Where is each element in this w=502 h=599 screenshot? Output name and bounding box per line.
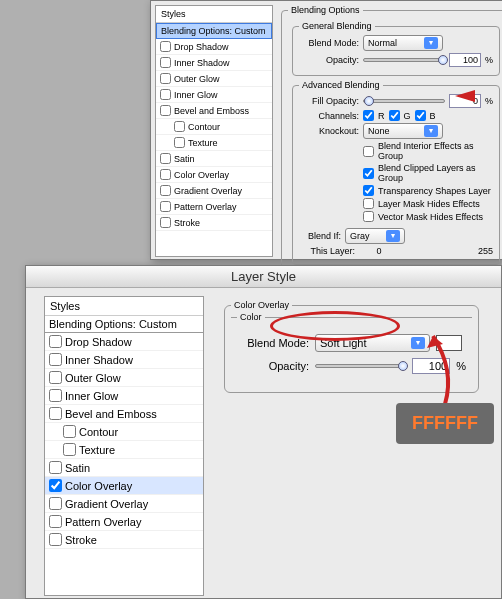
channel-g-checkbox[interactable]: [389, 110, 400, 121]
style-texture[interactable]: Texture: [45, 441, 203, 459]
blend-if-label: Blend If:: [299, 231, 341, 241]
blending-options-right: Blending Options General Blending Blend …: [277, 1, 502, 257]
styles-list-back: Styles Blending Options: Custom Drop Sha…: [155, 5, 273, 257]
checkbox-outer-glow[interactable]: [160, 73, 171, 84]
style-color-overlay[interactable]: Color Overlay: [45, 477, 203, 495]
style-outer-glow[interactable]: Outer Glow: [156, 71, 272, 87]
checkbox-color-overlay[interactable]: [49, 479, 62, 492]
general-blending-legend: General Blending: [299, 21, 375, 31]
chevron-updown-icon: ▾: [386, 230, 400, 242]
advanced-blending-legend: Advanced Blending: [299, 80, 383, 90]
blend-mode-select[interactable]: Normal▾: [363, 35, 443, 51]
opacity-label: Opacity:: [299, 55, 359, 65]
style-satin[interactable]: Satin: [45, 459, 203, 477]
style-inner-shadow[interactable]: Inner Shadow: [156, 55, 272, 71]
percent-label: %: [456, 360, 466, 372]
style-bevel-emboss[interactable]: Bevel and Emboss: [156, 103, 272, 119]
style-drop-shadow[interactable]: Drop Shadow: [45, 333, 203, 351]
checkbox-stroke[interactable]: [49, 533, 62, 546]
style-texture[interactable]: Texture: [156, 135, 272, 151]
slider-thumb[interactable]: [398, 361, 408, 371]
style-outer-glow[interactable]: Outer Glow: [45, 369, 203, 387]
style-inner-glow[interactable]: Inner Glow: [45, 387, 203, 405]
checkbox-inner-glow[interactable]: [49, 389, 62, 402]
checkbox-texture[interactable]: [174, 137, 185, 148]
opacity-label: Opacity:: [237, 360, 309, 372]
fill-opacity-input[interactable]: [449, 94, 481, 108]
blend-mode-label: Blend Mode:: [237, 337, 309, 349]
channels-label: Channels:: [299, 111, 359, 121]
color-inner-group: Color Blend Mode: Soft Light▾ Opacity: %: [231, 312, 472, 386]
checkbox-drop-shadow[interactable]: [49, 335, 62, 348]
this-layer-label: This Layer:: [299, 246, 355, 256]
checkbox-color-overlay[interactable]: [160, 169, 171, 180]
checkbox-inner-glow[interactable]: [160, 89, 171, 100]
checkbox-outer-glow[interactable]: [49, 371, 62, 384]
chevron-updown-icon: ▾: [411, 337, 425, 349]
style-drop-shadow[interactable]: Drop Shadow: [156, 39, 272, 55]
cb-blend-interior[interactable]: [363, 146, 374, 157]
style-gradient-overlay[interactable]: Gradient Overlay: [45, 495, 203, 513]
style-stroke[interactable]: Stroke: [45, 531, 203, 549]
percent-label: %: [485, 55, 493, 65]
style-satin[interactable]: Satin: [156, 151, 272, 167]
checkbox-contour[interactable]: [63, 425, 76, 438]
fill-opacity-slider[interactable]: [363, 99, 445, 103]
blend-mode-label: Blend Mode:: [299, 38, 359, 48]
style-color-overlay[interactable]: Color Overlay: [156, 167, 272, 183]
style-contour[interactable]: Contour: [156, 119, 272, 135]
blending-options-group: Blending Options General Blending Blend …: [281, 5, 502, 276]
checkbox-gradient-overlay[interactable]: [49, 497, 62, 510]
channel-b-checkbox[interactable]: [415, 110, 426, 121]
opacity-input[interactable]: [449, 53, 481, 67]
chevron-updown-icon: ▾: [424, 125, 438, 137]
slider-thumb[interactable]: [438, 55, 448, 65]
blending-options-header[interactable]: Blending Options: Custom: [156, 23, 272, 39]
style-inner-glow[interactable]: Inner Glow: [156, 87, 272, 103]
styles-list-front: Styles Blending Options: Custom Drop Sha…: [44, 296, 204, 596]
checkbox-drop-shadow[interactable]: [160, 41, 171, 52]
cb-vector-mask-hides[interactable]: [363, 211, 374, 222]
color-swatch[interactable]: [436, 335, 462, 351]
chevron-updown-icon: ▾: [424, 37, 438, 49]
cb-layer-mask-hides[interactable]: [363, 198, 374, 209]
slider-thumb[interactable]: [364, 96, 374, 106]
checkbox-pattern-overlay[interactable]: [160, 201, 171, 212]
percent-label: %: [485, 96, 493, 106]
blending-options-header[interactable]: Blending Options: Custom: [45, 316, 203, 333]
style-inner-shadow[interactable]: Inner Shadow: [45, 351, 203, 369]
checkbox-bevel-emboss[interactable]: [49, 407, 62, 420]
cb-blend-clipped[interactable]: [363, 168, 374, 179]
styles-heading: Styles: [156, 6, 272, 23]
checkbox-inner-shadow[interactable]: [49, 353, 62, 366]
checkbox-pattern-overlay[interactable]: [49, 515, 62, 528]
advanced-blending-group: Advanced Blending Fill Opacity: % Channe…: [292, 80, 500, 265]
checkbox-bevel-emboss[interactable]: [160, 105, 171, 116]
checkbox-texture[interactable]: [63, 443, 76, 456]
knockout-select[interactable]: None▾: [363, 123, 443, 139]
window-titlebar: Layer Style: [26, 266, 501, 288]
checkbox-stroke[interactable]: [160, 217, 171, 228]
style-pattern-overlay[interactable]: Pattern Overlay: [45, 513, 203, 531]
style-gradient-overlay[interactable]: Gradient Overlay: [156, 183, 272, 199]
blend-mode-select[interactable]: Soft Light▾: [315, 334, 430, 352]
checkbox-satin[interactable]: [49, 461, 62, 474]
channel-r-checkbox[interactable]: [363, 110, 374, 121]
checkbox-contour[interactable]: [174, 121, 185, 132]
blend-if-select[interactable]: Gray▾: [345, 228, 405, 244]
style-bevel-emboss[interactable]: Bevel and Emboss: [45, 405, 203, 423]
color-overlay-legend: Color Overlay: [231, 300, 292, 310]
opacity-slider[interactable]: [315, 364, 406, 368]
style-contour[interactable]: Contour: [45, 423, 203, 441]
annotation-tooltip: FFFFFF: [396, 403, 494, 444]
style-stroke[interactable]: Stroke: [156, 215, 272, 231]
cb-transparency-shapes[interactable]: [363, 185, 374, 196]
styles-heading: Styles: [45, 297, 203, 316]
fill-opacity-label: Fill Opacity:: [299, 96, 359, 106]
checkbox-inner-shadow[interactable]: [160, 57, 171, 68]
opacity-input[interactable]: [412, 358, 450, 374]
style-pattern-overlay[interactable]: Pattern Overlay: [156, 199, 272, 215]
checkbox-gradient-overlay[interactable]: [160, 185, 171, 196]
checkbox-satin[interactable]: [160, 153, 171, 164]
opacity-slider[interactable]: [363, 58, 445, 62]
